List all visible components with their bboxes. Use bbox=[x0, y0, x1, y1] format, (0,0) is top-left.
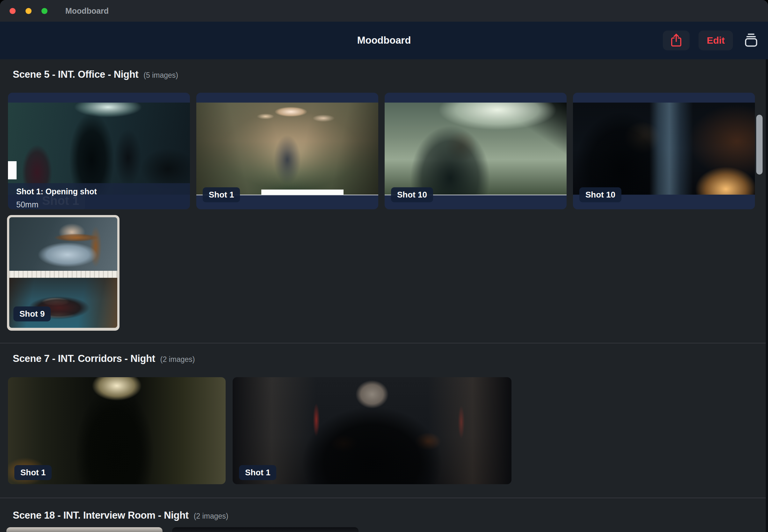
titlebar[interactable]: Moodboard bbox=[0, 0, 768, 22]
shot-card[interactable]: Shot 1 bbox=[233, 377, 512, 484]
shot-label: Shot 1 bbox=[203, 187, 240, 202]
card-stack-icon bbox=[743, 33, 759, 48]
green-room-image bbox=[385, 103, 567, 195]
office-cabinets-image bbox=[196, 103, 378, 195]
minimize-window-button[interactable] bbox=[25, 8, 32, 14]
shot-card[interactable]: Shot 1 bbox=[8, 377, 226, 484]
section-header-scene-5: Scene 5 - INT. Office - Night (5 images) bbox=[13, 69, 178, 80]
white-strip bbox=[261, 190, 343, 195]
dark-room-image bbox=[573, 103, 755, 195]
shot-card[interactable]: Shot 10 bbox=[573, 93, 755, 209]
shot-label: Shot 9 bbox=[13, 306, 51, 321]
white-chip bbox=[8, 161, 17, 179]
page-title: Moodboard bbox=[0, 22, 768, 59]
scene-5-card-row: Shot 1 Shot 1: Opening shot 50mm Shot 1 … bbox=[8, 93, 755, 209]
edit-button[interactable]: Edit bbox=[699, 31, 733, 50]
shot-label: Shot 1 bbox=[239, 465, 276, 480]
section-header-scene-7: Scene 7 - INT. Corridors - Night (2 imag… bbox=[13, 353, 195, 364]
section-title: Scene 7 - INT. Corridors - Night bbox=[13, 353, 155, 364]
app-header: Moodboard Edit bbox=[0, 22, 768, 59]
moodboard-window: Moodboard Moodboard Edit bbox=[0, 0, 768, 532]
shot-card-partial[interactable] bbox=[172, 527, 358, 532]
chair-jeans-image bbox=[9, 217, 117, 271]
shot-card[interactable]: Shot 10 bbox=[385, 93, 567, 209]
shot-label: Shot 10 bbox=[579, 187, 621, 202]
shot-card-collage[interactable]: Shot 9 bbox=[7, 215, 119, 331]
scrollbar[interactable] bbox=[756, 115, 763, 175]
shot-label: Shot 10 bbox=[391, 187, 433, 202]
scene-7-card-row: Shot 1 Shot 1 bbox=[8, 377, 512, 484]
window-title: Moodboard bbox=[65, 6, 109, 16]
shot-card[interactable]: Shot 1 bbox=[196, 93, 378, 209]
share-icon bbox=[670, 33, 682, 48]
window-right-edge bbox=[766, 59, 768, 532]
shot-card-partial[interactable] bbox=[6, 527, 162, 532]
section-image-count: (2 images) bbox=[194, 512, 228, 521]
header-actions: Edit bbox=[663, 22, 760, 59]
section-header-scene-18: Scene 18 - INT. Interview Room - Night (… bbox=[13, 510, 228, 521]
section-divider bbox=[0, 498, 768, 498]
section-divider bbox=[0, 343, 768, 343]
section-image-count: (5 images) bbox=[143, 71, 178, 80]
shot-caption: Shot 1: Opening shot 50mm bbox=[8, 183, 190, 209]
collage-divider bbox=[9, 271, 117, 278]
caption-lens: 50mm bbox=[16, 200, 190, 209]
interview-room-image bbox=[8, 103, 190, 195]
card-stack-button[interactable] bbox=[742, 31, 760, 50]
content-scroll-area[interactable]: Scene 5 - INT. Office - Night (5 images)… bbox=[0, 59, 768, 532]
fullscreen-window-button[interactable] bbox=[41, 8, 47, 14]
section-image-count: (2 images) bbox=[160, 355, 195, 364]
shot-label: Shot 1 bbox=[14, 465, 52, 480]
traffic-lights bbox=[10, 8, 47, 14]
share-button[interactable] bbox=[663, 31, 690, 50]
section-title: Scene 5 - INT. Office - Night bbox=[13, 69, 138, 80]
close-window-button[interactable] bbox=[10, 8, 16, 14]
section-title: Scene 18 - INT. Interview Room - Night bbox=[13, 510, 189, 521]
caption-title: Shot 1: Opening shot bbox=[16, 187, 190, 196]
shot-card-opening-shot[interactable]: Shot 1 Shot 1: Opening shot 50mm bbox=[8, 93, 190, 209]
edit-button-label: Edit bbox=[707, 35, 725, 46]
